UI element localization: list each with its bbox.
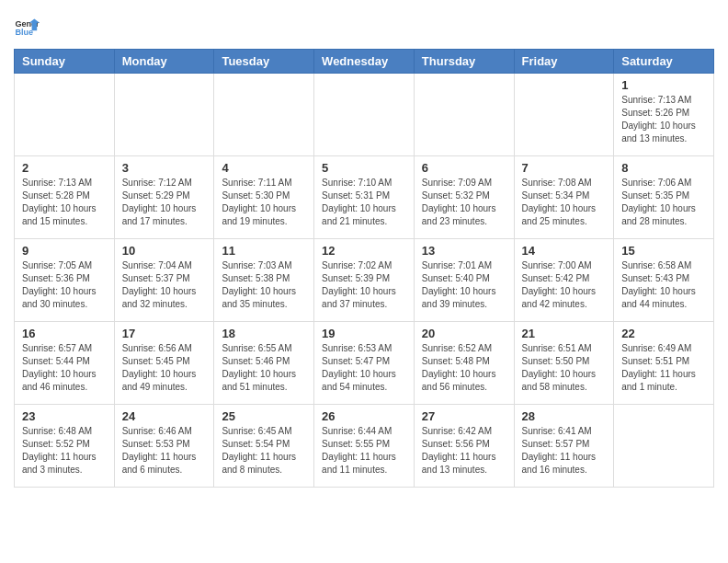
day-cell: 13Sunrise: 7:01 AM Sunset: 5:40 PM Dayli… (414, 239, 514, 322)
day-cell (514, 74, 614, 156)
day-cell: 24Sunrise: 6:46 AM Sunset: 5:53 PM Dayli… (114, 405, 214, 488)
day-info: Sunrise: 6:41 AM Sunset: 5:57 PM Dayligh… (522, 425, 607, 477)
day-cell (114, 74, 214, 156)
day-cell: 4Sunrise: 7:11 AM Sunset: 5:30 PM Daylig… (214, 156, 314, 239)
day-cell: 9Sunrise: 7:05 AM Sunset: 5:36 PM Daylig… (15, 239, 115, 322)
day-cell: 14Sunrise: 7:00 AM Sunset: 5:42 PM Dayli… (514, 239, 614, 322)
day-info: Sunrise: 7:00 AM Sunset: 5:42 PM Dayligh… (522, 259, 607, 311)
day-cell: 1Sunrise: 7:13 AM Sunset: 5:26 PM Daylig… (614, 74, 714, 156)
day-number: 19 (322, 327, 406, 340)
day-cell: 12Sunrise: 7:02 AM Sunset: 5:39 PM Dayli… (314, 239, 415, 322)
day-cell (414, 74, 514, 156)
day-number: 6 (422, 161, 506, 175)
day-info: Sunrise: 7:10 AM Sunset: 5:31 PM Dayligh… (322, 177, 406, 228)
day-info: Sunrise: 6:46 AM Sunset: 5:53 PM Dayligh… (122, 425, 207, 477)
logo-icon: General Blue (14, 14, 40, 40)
day-number: 8 (621, 161, 706, 175)
day-cell: 27Sunrise: 6:42 AM Sunset: 5:56 PM Dayli… (414, 405, 514, 488)
day-header-friday: Friday (514, 50, 614, 74)
day-number: 2 (22, 161, 107, 175)
day-number: 23 (22, 409, 107, 423)
calendar-header-row: SundayMondayTuesdayWednesdayThursdayFrid… (15, 50, 714, 74)
day-cell: 5Sunrise: 7:10 AM Sunset: 5:31 PM Daylig… (314, 156, 415, 239)
day-cell: 20Sunrise: 6:52 AM Sunset: 5:48 PM Dayli… (414, 322, 514, 405)
day-number: 18 (222, 327, 306, 340)
day-cell: 8Sunrise: 7:06 AM Sunset: 5:35 PM Daylig… (614, 156, 714, 239)
day-info: Sunrise: 7:08 AM Sunset: 5:34 PM Dayligh… (522, 177, 607, 228)
day-number: 20 (422, 327, 506, 340)
day-number: 14 (522, 244, 607, 258)
day-number: 26 (322, 409, 406, 423)
day-cell: 25Sunrise: 6:45 AM Sunset: 5:54 PM Dayli… (214, 405, 314, 488)
day-number: 11 (222, 244, 306, 258)
day-cell: 22Sunrise: 6:49 AM Sunset: 5:51 PM Dayli… (614, 322, 714, 405)
day-info: Sunrise: 6:49 AM Sunset: 5:51 PM Dayligh… (621, 342, 706, 394)
day-number: 24 (122, 409, 207, 423)
day-number: 22 (621, 327, 706, 340)
day-info: Sunrise: 7:01 AM Sunset: 5:40 PM Dayligh… (422, 259, 506, 311)
svg-text:Blue: Blue (15, 28, 33, 37)
day-info: Sunrise: 6:58 AM Sunset: 5:43 PM Dayligh… (621, 259, 706, 311)
week-row-2: 2Sunrise: 7:13 AM Sunset: 5:28 PM Daylig… (15, 156, 714, 239)
day-number: 16 (22, 327, 107, 340)
day-header-monday: Monday (114, 50, 214, 74)
day-info: Sunrise: 7:12 AM Sunset: 5:29 PM Dayligh… (122, 177, 207, 228)
day-cell: 18Sunrise: 6:55 AM Sunset: 5:46 PM Dayli… (214, 322, 314, 405)
day-number: 21 (522, 327, 607, 340)
day-header-sunday: Sunday (15, 50, 115, 74)
day-cell: 23Sunrise: 6:48 AM Sunset: 5:52 PM Dayli… (15, 405, 115, 488)
day-number: 5 (322, 161, 406, 175)
day-cell (15, 74, 115, 156)
day-header-tuesday: Tuesday (214, 50, 314, 74)
day-number: 15 (621, 244, 706, 258)
day-number: 7 (522, 161, 607, 175)
day-info: Sunrise: 7:09 AM Sunset: 5:32 PM Dayligh… (422, 177, 506, 228)
day-cell (314, 74, 415, 156)
day-cell: 16Sunrise: 6:57 AM Sunset: 5:44 PM Dayli… (15, 322, 115, 405)
day-info: Sunrise: 6:51 AM Sunset: 5:50 PM Dayligh… (522, 342, 607, 394)
day-cell: 6Sunrise: 7:09 AM Sunset: 5:32 PM Daylig… (414, 156, 514, 239)
day-cell: 3Sunrise: 7:12 AM Sunset: 5:29 PM Daylig… (114, 156, 214, 239)
day-info: Sunrise: 7:11 AM Sunset: 5:30 PM Dayligh… (222, 177, 306, 228)
day-info: Sunrise: 7:03 AM Sunset: 5:38 PM Dayligh… (222, 259, 306, 311)
day-info: Sunrise: 6:56 AM Sunset: 5:45 PM Dayligh… (122, 342, 207, 394)
header: General Blue (14, 14, 714, 40)
day-header-thursday: Thursday (414, 50, 514, 74)
day-cell: 11Sunrise: 7:03 AM Sunset: 5:38 PM Dayli… (214, 239, 314, 322)
day-cell: 7Sunrise: 7:08 AM Sunset: 5:34 PM Daylig… (514, 156, 614, 239)
day-number: 10 (122, 244, 207, 258)
day-cell: 19Sunrise: 6:53 AM Sunset: 5:47 PM Dayli… (314, 322, 415, 405)
day-info: Sunrise: 7:02 AM Sunset: 5:39 PM Dayligh… (322, 259, 406, 311)
day-header-saturday: Saturday (614, 50, 714, 74)
week-row-1: 1Sunrise: 7:13 AM Sunset: 5:26 PM Daylig… (15, 74, 714, 156)
logo: General Blue (14, 14, 40, 40)
week-row-3: 9Sunrise: 7:05 AM Sunset: 5:36 PM Daylig… (15, 239, 714, 322)
day-number: 27 (422, 409, 506, 423)
day-cell: 15Sunrise: 6:58 AM Sunset: 5:43 PM Dayli… (614, 239, 714, 322)
day-number: 28 (522, 409, 607, 423)
day-number: 1 (621, 78, 706, 92)
day-cell (214, 74, 314, 156)
day-cell: 28Sunrise: 6:41 AM Sunset: 5:57 PM Dayli… (514, 405, 614, 488)
day-info: Sunrise: 7:06 AM Sunset: 5:35 PM Dayligh… (621, 177, 706, 228)
week-row-4: 16Sunrise: 6:57 AM Sunset: 5:44 PM Dayli… (15, 322, 714, 405)
day-cell: 21Sunrise: 6:51 AM Sunset: 5:50 PM Dayli… (514, 322, 614, 405)
day-info: Sunrise: 7:05 AM Sunset: 5:36 PM Dayligh… (22, 259, 107, 311)
day-number: 17 (122, 327, 207, 340)
day-number: 25 (222, 409, 306, 423)
day-header-wednesday: Wednesday (314, 50, 415, 74)
day-number: 13 (422, 244, 506, 258)
day-number: 3 (122, 161, 207, 175)
day-info: Sunrise: 6:42 AM Sunset: 5:56 PM Dayligh… (422, 425, 506, 477)
day-number: 4 (222, 161, 306, 175)
day-info: Sunrise: 6:57 AM Sunset: 5:44 PM Dayligh… (22, 342, 107, 394)
calendar-table: SundayMondayTuesdayWednesdayThursdayFrid… (14, 49, 714, 488)
week-row-5: 23Sunrise: 6:48 AM Sunset: 5:52 PM Dayli… (15, 405, 714, 488)
day-cell: 10Sunrise: 7:04 AM Sunset: 5:37 PM Dayli… (114, 239, 214, 322)
day-cell: 2Sunrise: 7:13 AM Sunset: 5:28 PM Daylig… (15, 156, 115, 239)
day-cell: 26Sunrise: 6:44 AM Sunset: 5:55 PM Dayli… (314, 405, 415, 488)
day-info: Sunrise: 6:53 AM Sunset: 5:47 PM Dayligh… (322, 342, 406, 394)
day-cell (614, 405, 714, 488)
day-info: Sunrise: 7:13 AM Sunset: 5:28 PM Dayligh… (22, 177, 107, 228)
day-info: Sunrise: 6:45 AM Sunset: 5:54 PM Dayligh… (222, 425, 306, 477)
